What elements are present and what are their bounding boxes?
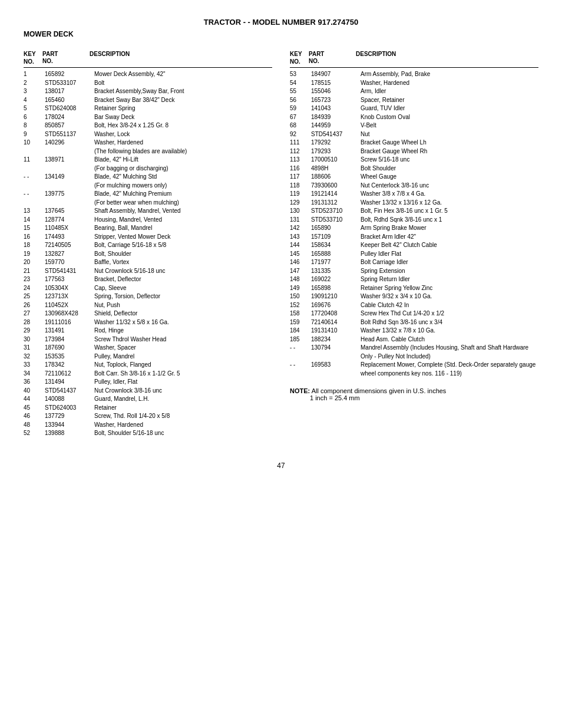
table-row: 11 138971 Blade, 42" Hi-Lift [24, 156, 272, 164]
table-row: 150 19091210 Washer 9/32 x 3/4 x 10 Ga. [290, 292, 538, 301]
key-cell: 53 [290, 70, 309, 79]
left-desc-header: DESCRIPTION [90, 50, 272, 65]
key-cell: 20 [24, 258, 42, 267]
key-cell: 14 [24, 216, 42, 225]
table-row: 10 140296 Washer, Hardened [24, 139, 272, 147]
part-cell: 165723 [311, 96, 358, 105]
table-row: 113 17000510 Screw 5/16-18 unc [290, 156, 538, 164]
key-cell: 59 [290, 104, 309, 113]
part-cell: 134149 [45, 173, 92, 182]
part-cell: 17720408 [311, 309, 358, 318]
part-cell: 130794 [311, 344, 358, 361]
desc-cell: Mower Deck Assembly, 42" [94, 70, 272, 79]
desc-cell: Bolt Carr. Sh 3/8-16 x 1-1/2 Gr. 5 [94, 370, 272, 378]
part-cell: 137729 [45, 412, 92, 421]
desc-cell: Washer, Spacer [94, 344, 272, 353]
part-cell: STD551137 [45, 130, 92, 139]
key-cell: 131 [290, 216, 309, 225]
page-number: 47 [24, 462, 538, 470]
table-row: (The following blades are available) [24, 147, 272, 156]
part-cell: 123713X [45, 292, 92, 301]
desc-cell: Shield, Deflector [94, 309, 272, 318]
part-cell: 110485X [45, 224, 92, 233]
part-cell: 137645 [45, 207, 92, 216]
part-cell: 19121414 [311, 190, 358, 199]
table-row: - - 169583 Replacement Mower, Complete (… [290, 361, 538, 378]
key-cell: 28 [24, 318, 42, 327]
table-row: 67 184939 Knob Custom Oval [290, 113, 538, 122]
part-cell: 169676 [311, 301, 358, 310]
key-cell: 24 [24, 284, 42, 293]
part-cell: 140088 [45, 395, 92, 404]
table-row: 24 105304X Cap, Sleeve [24, 284, 272, 293]
table-row: 59 141043 Guard, TUV Idler [290, 104, 538, 113]
key-cell: 148 [290, 275, 309, 284]
desc-cell: Retainer [94, 404, 272, 413]
desc-cell: Bolt, Rdhd Sqnk 3/8-16 unc x 1 [361, 216, 538, 225]
table-row: 5 STD624008 Retainer Spring [24, 104, 272, 113]
key-cell: 1 [24, 70, 42, 79]
desc-cell: Spacer, Retainer [361, 96, 538, 105]
key-cell: 9 [24, 130, 42, 139]
table-row: 44 140088 Guard, Mandrel, L.H. [24, 395, 272, 404]
desc-cell: Washer 13/32 x 13/16 x 12 Ga. [361, 199, 538, 207]
desc-cell: (For better wear when mulching) [94, 199, 272, 207]
desc-cell: Mandrel Assembly (Includes Housing, Shaf… [361, 344, 538, 361]
desc-cell: Stripper, Vented Mower Deck [94, 233, 272, 242]
part-cell: 184907 [311, 70, 358, 79]
desc-cell: Washer, Hardened [94, 139, 272, 147]
part-cell: 165890 [311, 224, 358, 233]
key-cell [24, 147, 42, 156]
desc-cell: (For mulching mowers only) [94, 182, 272, 190]
table-row: 13 137645 Shaft Assembly, Mandrel, Vente… [24, 207, 272, 216]
desc-cell: Washer, Lock [94, 130, 272, 139]
right-part-header: PART NO. [309, 50, 356, 65]
part-cell: 138017 [45, 87, 92, 96]
part-cell: 155046 [311, 87, 358, 96]
key-cell: 11 [24, 156, 42, 164]
part-cell: 165888 [311, 250, 358, 259]
right-parts-column: KEY NO. PART NO. DESCRIPTION 53 184907 A… [290, 50, 538, 438]
key-cell: 152 [290, 301, 309, 310]
left-key-header: KEY NO. [24, 50, 42, 65]
key-cell: 36 [24, 378, 42, 387]
table-row: 30 173984 Screw Thdrol Washer Head [24, 335, 272, 344]
key-cell: 23 [24, 275, 42, 284]
part-cell: STD541437 [45, 387, 92, 396]
key-cell: 116 [290, 164, 309, 173]
table-row: 14 128774 Housing, Mandrel, Vented [24, 216, 272, 225]
key-cell: 32 [24, 353, 42, 361]
part-cell: 169022 [311, 275, 358, 284]
table-row: 9 STD551137 Washer, Lock [24, 130, 272, 139]
table-row: 23 177563 Bracket, Deflector [24, 275, 272, 284]
part-cell: 153535 [45, 353, 92, 361]
part-cell: 130968X428 [45, 309, 92, 318]
key-cell: 25 [24, 292, 42, 301]
desc-cell: Bolt Rdhd Sqn 3/8-16 unc x 3/4 [361, 318, 538, 327]
table-row: 2 STD533107 Bolt [24, 79, 272, 88]
desc-cell: Washer, Hardened [94, 421, 272, 430]
key-cell: 92 [290, 130, 309, 139]
desc-cell: Screw 5/16-18 unc [361, 156, 538, 164]
key-cell: - - [24, 190, 42, 199]
desc-cell: Bolt, Shoulder [94, 250, 272, 259]
part-cell: STD533107 [45, 79, 92, 88]
desc-cell: Bracket Arm Idler 42" [361, 233, 538, 242]
table-row: 16 174493 Stripper, Vented Mower Deck [24, 233, 272, 242]
part-cell: 19091210 [311, 292, 358, 301]
key-cell: 117 [290, 173, 309, 182]
note-label: NOTE: [290, 387, 310, 394]
desc-cell: Bolt Carriage Idler [361, 258, 538, 267]
table-row: 131 STD533710 Bolt, Rdhd Sqnk 3/8-16 unc… [290, 216, 538, 225]
desc-cell: Bearing, Ball, Mandrel [94, 224, 272, 233]
key-cell: 149 [290, 284, 309, 293]
desc-cell: Blade, 42" Mulching Std [94, 173, 272, 182]
table-row: 116 4898H Bolt Shoulder [290, 164, 538, 173]
desc-cell: Bolt, Fin Hex 3/8-16 unc x 1 Gr. 5 [361, 207, 538, 216]
key-cell: 158 [290, 309, 309, 318]
table-row: 36 131494 Pulley, Idler, Flat [24, 378, 272, 387]
table-row: 146 171977 Bolt Carriage Idler [290, 258, 538, 267]
part-cell: 159770 [45, 258, 92, 267]
key-cell: 44 [24, 395, 42, 404]
table-row: 68 144959 V-Belt [290, 121, 538, 130]
